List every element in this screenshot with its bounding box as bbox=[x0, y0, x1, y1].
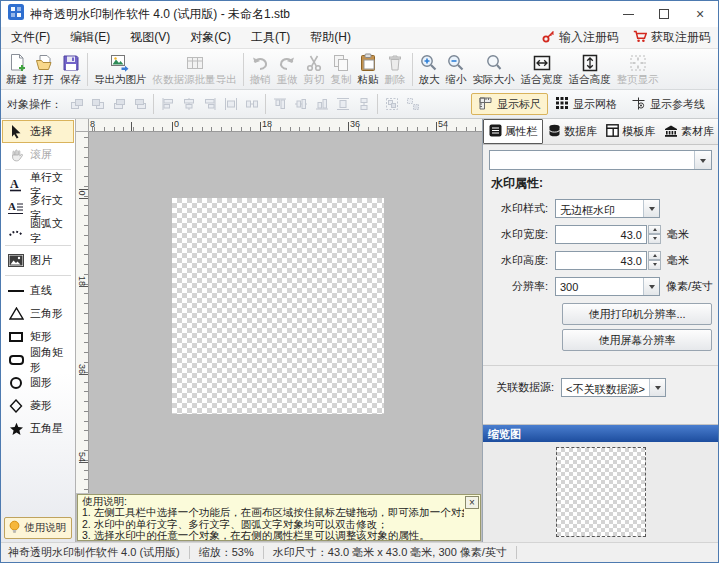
ruler-label: 18 bbox=[77, 275, 87, 288]
thumbnail-section: 缩览图 bbox=[483, 424, 718, 542]
app-window: 神奇透明水印制作软件 4.0 (试用版) - 未命名1.stb × 文件(F) … bbox=[0, 0, 719, 563]
new-button[interactable]: 新建 bbox=[3, 50, 30, 88]
tool-diamond[interactable]: 菱形 bbox=[2, 394, 74, 417]
canvas-artboard[interactable] bbox=[172, 198, 384, 414]
use-screen-resolution-button[interactable]: 使用屏幕分辨率 bbox=[562, 329, 712, 351]
menu-edit[interactable]: 编辑(E) bbox=[60, 26, 120, 49]
show-grid-toggle[interactable]: 显示网格 bbox=[548, 93, 624, 115]
align-vcenter-icon bbox=[290, 94, 311, 115]
undo-button: 撤销 bbox=[247, 50, 274, 88]
thumbnail-body bbox=[483, 442, 718, 542]
bring-forward-icon bbox=[108, 94, 129, 115]
group-icon bbox=[381, 94, 402, 115]
height-spin-up-button[interactable] bbox=[648, 251, 661, 261]
align-bottom-icon bbox=[311, 94, 332, 115]
height-spin-down-button[interactable] bbox=[648, 260, 661, 270]
batch-export-button: 依数据源批量导出 bbox=[150, 50, 240, 88]
ruler-label: 0 bbox=[77, 187, 87, 200]
properties-icon bbox=[489, 124, 502, 139]
width-spin-up-button[interactable] bbox=[648, 225, 661, 235]
menu-help[interactable]: 帮助(H) bbox=[300, 26, 361, 49]
fit-height-button[interactable]: 适合高度 bbox=[566, 50, 614, 88]
paste-button[interactable]: 粘贴 bbox=[355, 50, 382, 88]
resolution-dropdown[interactable]: 300 bbox=[555, 277, 660, 296]
svg-text:A: A bbox=[10, 177, 19, 191]
tool-triangle[interactable]: 三角形 bbox=[2, 302, 74, 325]
tab-materials[interactable]: 素材库 bbox=[660, 119, 718, 144]
use-printer-resolution-button[interactable]: 使用打印机分辨率... bbox=[562, 303, 712, 325]
batch-export-icon bbox=[185, 53, 205, 73]
multi-text-icon: A bbox=[6, 200, 26, 215]
export-image-button[interactable]: 导出为图片 bbox=[91, 50, 150, 88]
help-button[interactable]: 使用说明 bbox=[4, 517, 72, 539]
database-icon bbox=[548, 124, 561, 139]
usage-notes-close-button[interactable]: × bbox=[465, 496, 479, 509]
menu-view[interactable]: 视图(V) bbox=[120, 26, 180, 49]
width-spin-down-button[interactable] bbox=[648, 234, 661, 244]
ruler-label: 36 bbox=[350, 119, 360, 129]
minimize-icon bbox=[623, 14, 634, 15]
show-guides-toggle[interactable]: 显示参考线 bbox=[624, 93, 712, 115]
menu-object[interactable]: 对象(C) bbox=[180, 26, 241, 49]
diamond-icon bbox=[6, 399, 26, 413]
actual-size-icon bbox=[484, 53, 504, 73]
actual-size-button[interactable]: 实际大小 bbox=[470, 50, 518, 88]
zoom-out-button[interactable]: 缩小 bbox=[443, 50, 470, 88]
export-image-icon bbox=[110, 53, 130, 73]
redo-icon bbox=[277, 53, 297, 73]
open-button[interactable]: 打开 bbox=[30, 50, 57, 88]
toolbar-separator bbox=[265, 94, 266, 114]
maximize-button[interactable] bbox=[646, 1, 682, 27]
watermark-style-dropdown[interactable]: 无边框水印 bbox=[555, 199, 660, 218]
menu-tools[interactable]: 工具(T) bbox=[241, 26, 300, 49]
ruler-corner bbox=[76, 119, 89, 132]
ruler-label: 54 bbox=[438, 119, 448, 129]
minimize-button[interactable] bbox=[610, 1, 646, 27]
close-button[interactable]: × bbox=[682, 1, 718, 27]
material-icon bbox=[664, 124, 678, 139]
tab-templates[interactable]: 模板库 bbox=[602, 119, 660, 144]
style-label: 水印样式: bbox=[491, 201, 555, 216]
toolbar-separator bbox=[87, 53, 88, 86]
star-icon bbox=[6, 422, 26, 436]
status-watermark-size: 水印尺寸：43.0 毫米 x 43.0 毫米, 300 像素/英寸 bbox=[273, 545, 507, 560]
maximize-icon bbox=[659, 9, 669, 19]
datasource-dropdown[interactable]: <不关联数据源> bbox=[561, 378, 666, 397]
menu-file[interactable]: 文件(F) bbox=[1, 26, 60, 49]
chevron-down-icon bbox=[643, 200, 659, 217]
main-area: 选择 滚屏 A 单行文字 A 多行文字 圆弧文字 图片 bbox=[1, 119, 718, 542]
tab-database[interactable]: 数据库 bbox=[543, 119, 601, 144]
ruler-label: 36 bbox=[77, 363, 87, 376]
zoom-in-button[interactable]: 放大 bbox=[416, 50, 443, 88]
main-toolbar: 新建 打开 保存 导出为图片 依数据源批量导出 撤销 重做 bbox=[1, 49, 718, 90]
tool-line[interactable]: 直线 bbox=[2, 279, 74, 302]
ruler-label: 54 bbox=[77, 451, 87, 464]
tool-image[interactable]: 图片 bbox=[2, 249, 74, 272]
tool-select[interactable]: 选择 bbox=[2, 120, 74, 143]
app-icon bbox=[8, 4, 24, 24]
fit-width-button[interactable]: 适合宽度 bbox=[518, 50, 566, 88]
side-panel: 属性栏 数据库 模板库 素材库 bbox=[482, 119, 718, 542]
get-register-code-link[interactable]: 获取注册码 bbox=[626, 29, 718, 46]
panel-tabs: 属性栏 数据库 模板库 素材库 bbox=[483, 119, 718, 145]
triangle-icon bbox=[6, 307, 26, 320]
cut-button: 剪切 bbox=[301, 50, 328, 88]
menu-bar: 文件(F) 编辑(E) 视图(V) 对象(C) 工具(T) 帮助(H) 输入注册… bbox=[1, 27, 718, 49]
height-label: 水印高度: bbox=[491, 253, 555, 268]
tool-rounded-rect[interactable]: 圆角矩形 bbox=[2, 348, 74, 371]
show-ruler-toggle[interactable]: 显示标尺 bbox=[471, 93, 548, 115]
canvas-area: 8 0 18 36 54 0 18 36 54 使用说明: 1. 左侧工具栏中选… bbox=[76, 119, 482, 542]
enter-register-code-link[interactable]: 输入注册码 bbox=[535, 29, 626, 46]
tool-arc-text[interactable]: 圆弧文字 bbox=[2, 219, 74, 242]
watermark-height-input[interactable]: 43.0 bbox=[555, 251, 647, 270]
object-selector-value bbox=[490, 151, 694, 169]
status-zoom-level: 缩放：53% bbox=[199, 545, 254, 560]
align-left-icon bbox=[157, 94, 178, 115]
tool-star[interactable]: 五角星 bbox=[2, 417, 74, 440]
status-app-name: 神奇透明水印制作软件 4.0 (试用版) bbox=[8, 545, 180, 560]
save-button[interactable]: 保存 bbox=[57, 50, 84, 88]
object-selector-dropdown[interactable] bbox=[489, 150, 712, 170]
tab-properties[interactable]: 属性栏 bbox=[483, 119, 543, 144]
chevron-down-icon bbox=[643, 278, 659, 295]
watermark-width-input[interactable]: 43.0 bbox=[555, 225, 647, 244]
